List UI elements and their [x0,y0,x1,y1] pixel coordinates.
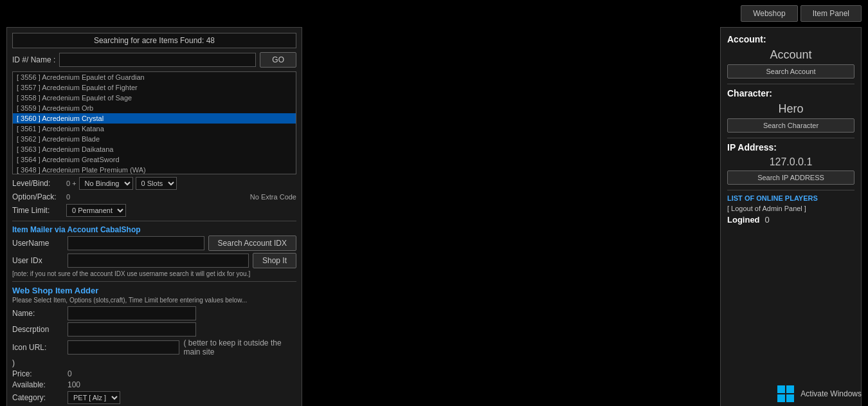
main-container: Searching for acre Items Found: 48 ID #/… [0,27,868,406]
logined-row: Logined 0 [727,215,854,225]
time-limit-row: Time Limit: 0 Permanent [12,204,296,217]
web-shop-title: Web Shop Item Adder [12,286,296,295]
note-text: [note: if you not sure of the account ID… [12,270,296,277]
option-pack-row: Option/Pack: 0 No Extra Code [12,192,296,201]
webshop-button[interactable]: Webshop [741,5,797,22]
right-panel: Account: Account Search Account Characte… [720,27,862,406]
logined-label: Logined [727,215,760,225]
extra-code: No Extra Code [250,193,296,201]
ws-category-select[interactable]: PET [ Alz ] [68,391,120,404]
windows-bar: Activate Windows [770,382,868,406]
list-item[interactable]: [ 3564 ] Acredenium GreatSword [13,154,296,165]
search-ip-button[interactable]: Search IP ADDRESS [727,171,854,185]
ws-available-value: 100 [68,380,80,389]
search-character-button[interactable]: Search Character [727,118,854,133]
character-section-title: Character: [727,88,854,98]
time-limit-select[interactable]: 0 Permanent [66,204,126,217]
name-row: Name: [12,306,296,320]
level-bind-label: Level/Bind: [12,179,64,188]
shop-it-button[interactable]: Shop It [253,253,296,268]
account-value: Account [727,48,854,62]
useridx-row: User IDx Shop It [12,253,296,268]
list-item[interactable]: [ 3561 ] Acredenium Katana [13,124,296,134]
level-bind-row: Level/Bind: 0 + No Binding 0 Slots [12,177,296,190]
ip-value: 127.0.0.1 [727,156,854,168]
svg-rect-0 [777,385,785,393]
svg-rect-3 [786,394,794,402]
web-shop-sub: Please Select Item, Options (slots,craft… [12,297,296,304]
list-item[interactable]: [ 3559 ] Acredenium Orb [13,103,296,113]
ws-icon-label: Icon URL: [12,343,64,352]
option-pack-label: Option/Pack: [12,192,64,201]
list-item[interactable]: [ 3556 ] Acredenium Epaulet of Guardian [13,72,296,82]
logout-text[interactable]: [ Logout of Admin Panel ] [727,205,854,212]
ws-available-label: Available: [12,380,64,389]
svg-rect-1 [786,385,794,393]
left-panel: Searching for acre Items Found: 48 ID #/… [6,27,302,406]
icon-url-row: Icon URL: ( better to keep it outside th… [12,338,296,356]
character-value: Hero [727,102,854,116]
username-label: UserName [12,239,64,248]
ws-price-value: 0 [68,369,72,378]
useridx-label: User IDx [12,256,64,265]
price-row: Price: 0 [12,369,296,378]
username-input[interactable] [68,236,204,250]
list-item[interactable]: [ 3563 ] Acredenium Daikatana [13,144,296,154]
ws-icon-note: ( better to keep it outside the main sit… [183,338,296,356]
account-section-title: Account: [727,34,854,44]
id-input[interactable] [59,53,256,67]
list-item[interactable]: [ 3558 ] Acredenium Epaulet of Sage [13,93,296,103]
slots-select[interactable]: 0 Slots [136,177,177,190]
time-limit-label: Time Limit: [12,206,64,215]
id-row: ID #/ Name : GO [12,52,296,68]
ws-icon-input[interactable] [68,340,179,355]
ws-name-input[interactable] [68,306,196,320]
bind-select[interactable]: No Binding [79,177,133,190]
ws-desc-label: Descrption [12,325,64,334]
ws-category-label: Category: [12,393,64,402]
item-list: [ 3556 ] Acredenium Epaulet of Guardian … [12,71,296,174]
ip-section-title: IP Address: [727,142,854,152]
item-panel-button[interactable]: Item Panel [800,5,862,22]
close-paren-row: ) [12,358,296,367]
category-row: Category: PET [ Alz ] [12,391,296,404]
option-value: 0 [66,193,70,201]
available-row: Available: 100 [12,380,296,389]
list-item[interactable]: [ 3557 ] Acredenium Epaulet of Fighter [13,82,296,93]
online-title: LIST OF ONLINE PLAYERS [727,194,854,202]
logined-count: 0 [765,215,770,225]
ws-desc-input[interactable] [68,322,196,337]
go-button[interactable]: GO [260,52,296,68]
windows-icon [776,384,795,403]
list-item[interactable]: [ 3562 ] Acredenium Blade [13,134,296,144]
activate-windows-text: Activate Windows [800,389,862,398]
list-item[interactable]: [ 3648 ] Acredenium Plate Premium (WA) [13,165,296,174]
list-item-selected[interactable]: [ 3560 ] Acredenium Crystal [13,113,296,124]
id-label: ID #/ Name : [12,55,55,64]
search-status: Searching for acre Items Found: 48 [12,33,296,48]
search-account-button[interactable]: Search Account [727,64,854,78]
level-value: 0 + [66,180,77,187]
ws-close-paren: ) [12,358,64,367]
mailer-title: Item Mailer via Account CabalShop [12,225,296,234]
top-nav: Webshop Item Panel [0,0,868,27]
search-account-idx-button[interactable]: Search Account IDX [208,235,296,251]
ws-price-label: Price: [12,369,64,378]
ws-name-label: Name: [12,309,64,318]
username-row: UserName Search Account IDX [12,235,296,251]
desc-row: Descrption [12,322,296,337]
svg-rect-2 [777,394,785,402]
useridx-input[interactable] [68,254,249,268]
